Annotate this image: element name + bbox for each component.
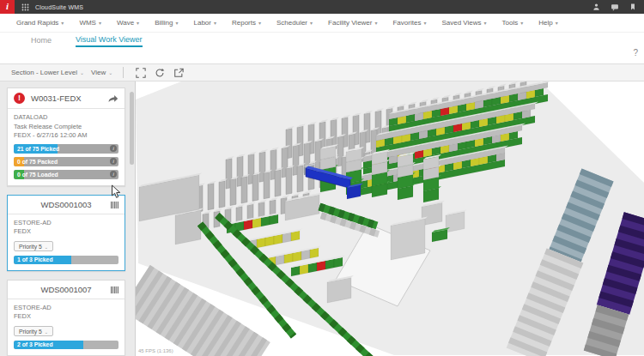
warehouse-3d-viewport[interactable]: 45 FPS (1:136) — [135, 81, 644, 356]
priority-dropdown[interactable]: Priority 5⌄ — [14, 326, 53, 336]
work-card-header: WDS0001003 — [8, 196, 125, 214]
help-icon[interactable]: ? — [633, 48, 638, 57]
main-menu-bar: Grand Rapids▾ WMS▾ Wave▾ Billing▾ Labor▾… — [0, 14, 644, 33]
chevron-down-icon: ▾ — [374, 21, 377, 26]
top-bar: i CloudSuite WMS — [0, 0, 644, 14]
work-card[interactable]: WDS0001007 ESTORE-AD FEDX Priority 5⌄ 2 … — [7, 280, 125, 356]
loaded-progress-bar[interactable]: 0 of 75 Loaded i — [14, 170, 118, 179]
work-account: ESTORE-AD — [14, 304, 118, 313]
view-dropdown[interactable]: View⌄ — [91, 69, 119, 76]
menu-label: Tools — [502, 19, 519, 27]
menu-label: Help — [538, 19, 552, 27]
priority-dropdown[interactable]: Priority 5⌄ — [14, 241, 53, 251]
wave-id: W0031-FEDX — [31, 94, 107, 103]
app-grid-icon[interactable] — [21, 3, 29, 11]
work-account: ESTORE-AD — [14, 219, 118, 228]
picked-progress-bar[interactable]: 21 of 75 Picked i — [14, 144, 118, 154]
chevron-down-icon: ▾ — [99, 21, 101, 26]
menu-item-facility-viewer[interactable]: Facility Viewer▾ — [320, 19, 385, 27]
priority-label: Priority 5 — [19, 329, 42, 335]
viewer-toolbar: Section - Lower Level⌄ View⌄ — [0, 63, 644, 81]
menu-item-wave[interactable]: Wave▾ — [109, 19, 147, 27]
main-content: ! W0031-FEDX DATALOAD Task Release Compl… — [0, 81, 644, 356]
section-dropdown[interactable]: Section - Lower Level⌄ — [11, 69, 91, 76]
menu-item-scheduler[interactable]: Scheduler▾ — [269, 19, 320, 27]
menu-item-tools[interactable]: Tools▾ — [495, 19, 532, 27]
view-dropdown-label: View — [91, 69, 106, 76]
export-icon[interactable] — [173, 68, 184, 78]
chevron-down-icon: ▾ — [310, 21, 313, 26]
picked-progress-bar[interactable]: 2 of 3 Picked — [14, 341, 118, 349]
fit-to-screen-icon[interactable] — [136, 68, 146, 78]
section-dropdown-label: Section - Lower Level — [11, 69, 77, 76]
progress-label: 21 of 75 Picked — [17, 144, 59, 154]
work-card-body: ESTORE-AD FEDX Priority 5⌄ 1 of 3 Picked — [8, 214, 125, 270]
menu-label: Labor — [193, 19, 210, 27]
chevron-down-icon: ⌄ — [45, 329, 48, 335]
chevron-down-icon: ▾ — [137, 21, 139, 26]
work-carrier: FEDX — [14, 227, 118, 237]
app-title: CloudSuite WMS — [35, 4, 83, 10]
info-icon[interactable]: i — [110, 171, 117, 178]
chevron-down-icon: ⌄ — [45, 244, 48, 250]
chevron-down-icon: ⌄ — [80, 69, 84, 75]
barcode-icon[interactable] — [110, 201, 119, 209]
menu-item-reports[interactable]: Reports▾ — [224, 19, 269, 27]
work-card[interactable]: WDS0001003 ESTORE-AD FEDX Priority 5⌄ 1 … — [7, 195, 125, 271]
barcode-icon[interactable] — [110, 286, 119, 294]
tab-visual-work-viewer[interactable]: Visual Work Viewer — [76, 35, 143, 47]
menu-item-grand-rapids[interactable]: Grand Rapids▾ — [9, 19, 71, 27]
toolbar-divider — [123, 67, 124, 78]
packed-progress-bar[interactable]: 0 of 75 Packed i — [14, 157, 118, 166]
sidebar-scrollbar[interactable] — [130, 92, 134, 165]
alert-icon: ! — [14, 93, 25, 104]
wave-card-body: DATALOAD Task Release Complete FEDX - 6/… — [8, 109, 125, 185]
menu-item-saved-views[interactable]: Saved Views▾ — [434, 19, 494, 27]
picked-progress-bar[interactable]: 1 of 3 Picked — [14, 256, 118, 264]
wave-type: DATALOAD — [14, 113, 118, 123]
messages-icon[interactable] — [611, 3, 619, 11]
wave-card-header: ! W0031-FEDX — [8, 88, 125, 108]
infor-logo: i — [0, 0, 15, 14]
mouse-cursor — [111, 184, 121, 199]
menu-label: Billing — [155, 19, 173, 27]
reset-view-icon[interactable] — [155, 68, 165, 78]
chevron-down-icon: ▾ — [520, 21, 523, 26]
wave-card[interactable]: ! W0031-FEDX DATALOAD Task Release Compl… — [7, 87, 125, 186]
warehouse-scene — [136, 81, 644, 356]
wave-status: Task Release Complete — [14, 123, 118, 132]
menu-label: Facility Viewer — [328, 19, 372, 27]
chevron-down-icon: ▾ — [214, 21, 216, 26]
work-carrier: FEDX — [14, 312, 118, 322]
menu-label: WMS — [79, 19, 96, 27]
menu-label: Reports — [232, 19, 256, 27]
menu-item-help[interactable]: Help▾ — [531, 19, 565, 27]
chevron-down-icon: ▾ — [484, 21, 487, 26]
menu-item-billing[interactable]: Billing▾ — [147, 19, 185, 27]
chevron-down-icon: ▾ — [258, 21, 261, 26]
menu-label: Grand Rapids — [16, 19, 58, 27]
work-id: WDS0001003 — [40, 200, 91, 209]
chevron-down-icon: ⌄ — [108, 69, 112, 75]
share-icon[interactable] — [107, 94, 118, 103]
info-icon[interactable]: i — [110, 145, 117, 152]
progress-label: 0 of 75 Loaded — [17, 170, 58, 179]
tab-home[interactable]: Home — [31, 36, 52, 47]
top-bar-actions — [592, 3, 644, 11]
work-list-sidebar: ! W0031-FEDX DATALOAD Task Release Compl… — [0, 81, 135, 356]
menu-item-favorites[interactable]: Favorites▾ — [385, 19, 434, 27]
menu-label: Saved Views — [441, 19, 481, 27]
work-card-body: ESTORE-AD FEDX Priority 5⌄ 2 of 3 Picked — [8, 299, 125, 355]
fps-counter: 45 FPS (1:136) — [138, 348, 173, 353]
menu-item-labor[interactable]: Labor▾ — [185, 19, 223, 27]
info-icon[interactable]: i — [110, 158, 117, 165]
chevron-down-icon: ▾ — [423, 21, 426, 26]
menu-label: Favorites — [392, 19, 421, 27]
user-icon[interactable] — [592, 3, 600, 11]
app-window: i CloudSuite WMS Grand Rapids▾ WMS▾ Wave… — [0, 0, 644, 356]
chevron-down-icon: ▾ — [556, 21, 558, 26]
chevron-down-icon: ▾ — [175, 21, 178, 26]
menu-item-wms[interactable]: WMS▾ — [71, 19, 109, 27]
bookmark-icon[interactable] — [629, 3, 636, 11]
tab-bar: Home Visual Work Viewer — [0, 33, 644, 47]
